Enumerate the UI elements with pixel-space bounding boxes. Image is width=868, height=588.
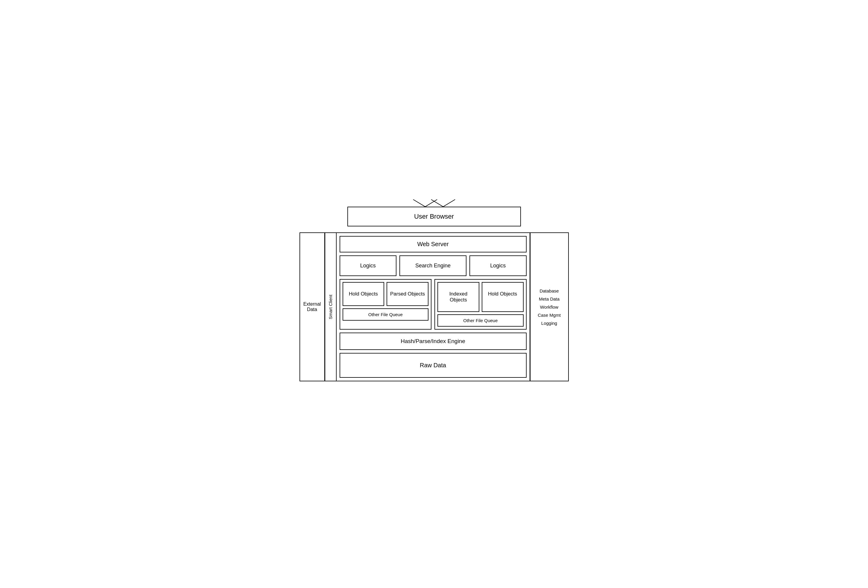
raw-data-label: Raw Data [420, 362, 446, 368]
user-browser-label: User Browser [414, 213, 454, 220]
middle-boxes-row: Logics Search Engine Logics [340, 255, 527, 276]
hash-engine-label: Hash/Parse/Index Engine [401, 338, 465, 344]
hold-objects-right-label: Hold Objects [488, 291, 517, 297]
inner-content: Web Server Logics Search Engine Logics [337, 233, 530, 381]
hold-objects-left-box: Hold Objects [342, 282, 384, 306]
objects-row: Hold Objects Parsed Objects Other File Q… [340, 279, 527, 330]
parsed-objects-label: Parsed Objects [390, 291, 425, 297]
diagram-container: User Browser External Data Smart Client … [300, 207, 569, 381]
hold-objects-left-label: Hold Objects [349, 291, 378, 297]
raw-data-box: Raw Data [340, 353, 527, 378]
indexed-objects-box: Indexed Objects [437, 282, 479, 312]
database-label: Database Meta Data Workflow Case Mgmt Lo… [538, 287, 561, 327]
right-objects-inner: Indexed Objects Hold Objects [437, 282, 524, 312]
left-objects-inner: Hold Objects Parsed Objects [342, 282, 429, 306]
main-row: External Data Smart Client Web Server Lo… [300, 232, 569, 381]
search-engine-box: Search Engine [399, 255, 466, 276]
user-browser-box: User Browser [347, 207, 521, 226]
external-data-col: External Data [300, 232, 325, 381]
center-block: Smart Client Web Server Logics Search En… [325, 232, 530, 381]
parsed-objects-box: Parsed Objects [387, 282, 428, 306]
hold-objects-right-box: Hold Objects [482, 282, 524, 312]
left-queue-group: Hold Objects Parsed Objects Other File Q… [340, 279, 432, 330]
database-col: Database Meta Data Workflow Case Mgmt Lo… [530, 232, 569, 381]
other-file-queue-left-label: Other File Queue [368, 312, 403, 317]
other-file-queue-right-label: Other File Queue [463, 318, 497, 323]
hash-engine-box: Hash/Parse/Index Engine [340, 333, 527, 350]
right-queue-group: Indexed Objects Hold Objects Other File … [434, 279, 527, 330]
other-file-queue-left-box: Other File Queue [342, 308, 429, 321]
other-file-queue-right-box: Other File Queue [437, 314, 524, 327]
logics-left-label: Logics [360, 262, 376, 268]
web-server-label: Web Server [417, 241, 449, 248]
indexed-objects-label: Indexed Objects [449, 291, 468, 303]
external-data-label: External Data [303, 302, 321, 312]
search-engine-label: Search Engine [415, 262, 450, 268]
smart-client-label: Smart Client [328, 295, 333, 320]
user-browser-section: User Browser [300, 207, 569, 226]
logics-right-label: Logics [490, 262, 506, 268]
logics-right-box: Logics [469, 255, 527, 276]
web-server-box: Web Server [340, 236, 527, 252]
user-browser-arrow [404, 199, 464, 208]
logics-left-box: Logics [340, 255, 397, 276]
smart-client-col: Smart Client [325, 233, 337, 381]
